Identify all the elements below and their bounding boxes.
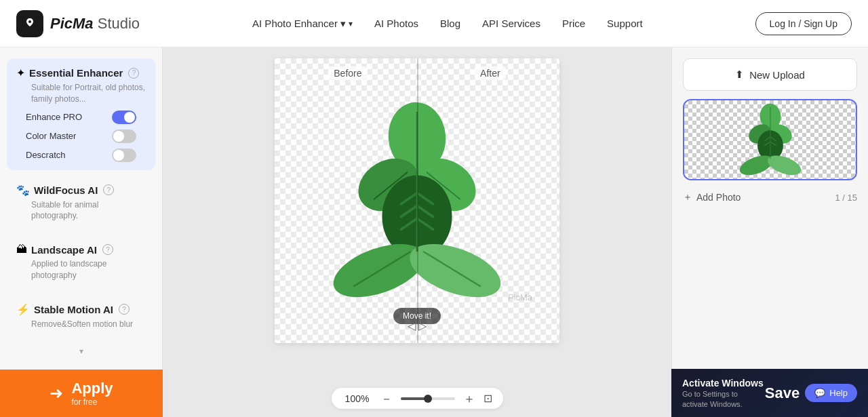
nav-blog[interactable]: Blog xyxy=(440,18,460,29)
add-photo-row: ＋ Add Photo 1 / 15 xyxy=(683,188,857,206)
enhance-pro-label: Enhance PRO xyxy=(26,112,82,122)
descratch-label: Descratch xyxy=(26,150,66,160)
essential-enhancer-desc: Suitable for Portrait, old photos, famil… xyxy=(16,82,146,105)
stable-motion-info-icon[interactable]: ? xyxy=(119,304,130,315)
zoom-slider[interactable] xyxy=(401,397,455,400)
save-bar-text: Activate Windows Go to Settings to activ… xyxy=(682,377,765,409)
zoom-slider-thumb xyxy=(424,395,432,403)
thumbnail-leaf xyxy=(730,102,811,177)
color-master-row: Color Master xyxy=(16,124,146,143)
nav-ai-photos[interactable]: AI Photos xyxy=(374,18,418,29)
add-photo-label: Add Photo xyxy=(696,192,741,203)
image-viewer[interactable]: Before After xyxy=(275,58,559,343)
wildfocus-desc: Suitable for animal photography. xyxy=(16,199,146,222)
divider-line xyxy=(417,58,418,343)
nav-price[interactable]: Price xyxy=(562,18,585,29)
sidebar-inner: ✦ Essential Enhancer ? Suitable for Port… xyxy=(0,47,162,413)
before-after-labels: Before After xyxy=(275,66,559,80)
wildfocus-title: WildFocus AI xyxy=(34,184,98,196)
stable-motion-header: ⚡ Stable Motion AI ? xyxy=(16,303,146,316)
landscape-desc: Applied to landscape photography xyxy=(16,258,146,281)
apply-text: Apply for free xyxy=(71,380,113,407)
wildfocus-icon: 🐾 xyxy=(16,184,30,197)
before-label: Before xyxy=(328,66,367,80)
zoom-controls: 100% － ＋ ⊡ xyxy=(332,388,503,409)
logo-area: PicMa Studio xyxy=(16,10,140,37)
new-upload-button[interactable]: ⬆ New Upload xyxy=(683,58,857,91)
section-header: ✦ Essential Enhancer ? xyxy=(16,66,146,79)
enhance-pro-toggle[interactable] xyxy=(112,111,136,124)
help-label: Help xyxy=(829,388,848,398)
landscape-info-icon[interactable]: ? xyxy=(102,244,113,255)
help-icon: 💬 xyxy=(814,388,825,398)
svg-point-1 xyxy=(28,20,31,23)
save-bar: Activate Windows Go to Settings to activ… xyxy=(671,369,868,417)
zoom-percent: 100% xyxy=(342,393,372,404)
zoom-out-button[interactable]: － xyxy=(380,393,393,405)
save-btn-group: Save 💬 Help xyxy=(765,384,857,402)
save-action-button[interactable]: Save xyxy=(765,384,800,402)
apply-main-label: Apply xyxy=(71,380,113,397)
add-photo-button[interactable]: ＋ Add Photo xyxy=(683,191,741,203)
apply-button[interactable]: ➜ Apply for free xyxy=(0,370,163,417)
landscape-title: Landscape AI xyxy=(31,244,97,256)
help-button[interactable]: 💬 Help xyxy=(805,384,857,402)
landscape-header: 🏔 Landscape AI ? xyxy=(16,243,146,256)
save-bar-title: Activate Windows xyxy=(682,377,765,389)
descratch-knob xyxy=(113,150,124,161)
fit-screen-button[interactable]: ⊡ xyxy=(484,392,492,405)
essential-enhancer-icon: ✦ xyxy=(16,66,25,79)
descratch-row: Descratch xyxy=(16,143,146,162)
sidebar-section-wildfocus-ai[interactable]: 🐾 WildFocus AI ? Suitable for animal pho… xyxy=(7,176,155,231)
drag-handle[interactable]: ◁ ▷ xyxy=(408,319,427,332)
scroll-indicator: ▾ xyxy=(0,344,162,359)
sidebar-section-essential-enhancer[interactable]: ✦ Essential Enhancer ? Suitable for Port… xyxy=(7,58,155,170)
apply-icon: ➜ xyxy=(50,384,63,403)
enhance-pro-knob xyxy=(124,112,135,123)
header: PicMa Studio AI Photo Enhancer ▾ AI Phot… xyxy=(0,0,868,47)
sidebar: ✦ Essential Enhancer ? Suitable for Port… xyxy=(0,47,163,417)
color-master-toggle[interactable] xyxy=(112,130,136,143)
after-label: After xyxy=(475,66,506,80)
enhance-pro-row: Enhance PRO xyxy=(16,105,146,124)
new-upload-label: New Upload xyxy=(749,69,805,81)
add-icon: ＋ xyxy=(683,191,692,203)
logo-text: PicMa Studio xyxy=(50,15,140,33)
wildfocus-info-icon[interactable]: ? xyxy=(103,184,114,195)
login-button[interactable]: Log In / Sign Up xyxy=(755,12,852,35)
descratch-toggle[interactable] xyxy=(112,148,136,162)
upload-icon: ⬆ xyxy=(735,68,744,81)
main-nav: AI Photo Enhancer ▾ AI Photos Blog API S… xyxy=(252,18,643,30)
landscape-icon: 🏔 xyxy=(16,243,27,256)
stable-motion-icon: ⚡ xyxy=(16,303,30,316)
stable-motion-title: Stable Motion AI xyxy=(34,304,113,315)
nav-support[interactable]: Support xyxy=(607,18,643,29)
sidebar-section-stable-motion-ai[interactable]: ⚡ Stable Motion AI ? Remove&Soften motio… xyxy=(7,295,155,338)
right-panel: ⬆ New Upload ＋ xyxy=(671,47,868,417)
nav-ai-photo-enhancer[interactable]: AI Photo Enhancer ▾ xyxy=(252,18,353,30)
color-master-knob xyxy=(113,131,124,142)
canvas-area: Before After xyxy=(163,47,671,417)
color-master-label: Color Master xyxy=(26,131,76,141)
main-layout: ✦ Essential Enhancer ? Suitable for Port… xyxy=(0,47,868,417)
thumbnail-box[interactable] xyxy=(683,99,857,180)
zoom-in-button[interactable]: ＋ xyxy=(463,393,475,405)
apply-inner: ➜ Apply for free xyxy=(50,380,113,407)
apply-sub-label: for free xyxy=(71,397,113,407)
sidebar-section-landscape-ai[interactable]: 🏔 Landscape AI ? Applied to landscape ph… xyxy=(7,235,155,290)
thumbnail-checker xyxy=(684,100,856,179)
logo-icon xyxy=(16,10,43,37)
photo-count: 1 / 15 xyxy=(835,193,857,203)
nav-api-services[interactable]: API Services xyxy=(482,18,540,29)
wildfocus-header: 🐾 WildFocus AI ? xyxy=(16,184,146,197)
stable-motion-desc: Remove&Soften motion blur xyxy=(16,319,146,330)
essential-enhancer-title: Essential Enhancer xyxy=(29,67,123,79)
essential-enhancer-info-icon[interactable]: ? xyxy=(128,68,139,79)
save-bar-subtitle: Go to Settings to activate Windows. xyxy=(682,389,765,409)
